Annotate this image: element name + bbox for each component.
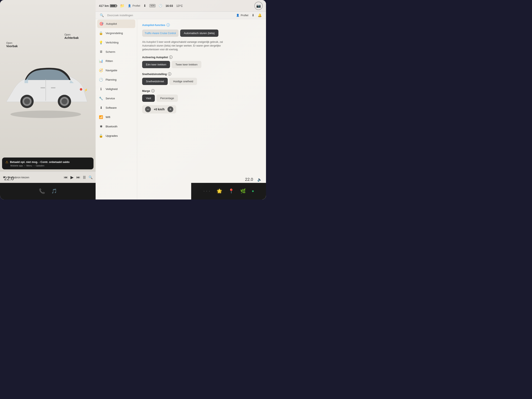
svg-point-10: [80, 88, 82, 91]
nav-icon-item: 🧭: [99, 68, 103, 72]
een-keer-btn[interactable]: Eén keer trekken: [142, 61, 170, 68]
sidebar-item-software[interactable]: ⬇ Software: [95, 103, 137, 112]
bluetooth-label: Bluetooth: [106, 125, 117, 128]
svg-point-3: [24, 99, 30, 104]
warning-notification[interactable]: ⚠ Betaald opl. niet mog. - Contr. onbeta…: [2, 158, 94, 169]
clock-icon: 🕐: [159, 4, 162, 7]
lock-icon: 🔒: [99, 31, 103, 35]
search-icon-settings: 🔍: [100, 13, 104, 17]
nav-scroll: 🎯 Autopilot 🔒 Vergrendeling 💡 Verlichtin…: [95, 19, 137, 200]
wifi-label: Wifi: [106, 115, 110, 119]
activering-label: Activering Autopilot i: [142, 56, 261, 59]
snelheidslimiet-btn[interactable]: Snelheidslimiet: [142, 78, 168, 85]
sidebar-item-wifi[interactable]: 📶 Wifi: [95, 112, 137, 122]
sidebar-item-bluetooth[interactable]: ✱ Bluetooth: [95, 122, 137, 131]
leaf-icon[interactable]: 🌿: [240, 189, 246, 194]
automatisch-sturen-btn[interactable]: Automatisch sturen (bèta): [180, 30, 219, 37]
spotify-icon[interactable]: 🎵: [51, 189, 57, 194]
profiel-label: Profiel: [132, 4, 140, 7]
search-input[interactable]: [107, 14, 168, 17]
percentage-btn[interactable]: Percentage: [157, 95, 178, 102]
bell-header-icon[interactable]: 🔔: [258, 13, 262, 17]
info-icon-marge[interactable]: i: [151, 89, 155, 93]
phone-icon[interactable]: 📞: [39, 188, 45, 194]
huidige-snelheid-btn[interactable]: Huidige snelheid: [169, 78, 197, 85]
media-section: ✱ Mediabron kiezen ⏮ ▶ ⏭ ||| 🔍: [0, 171, 95, 183]
prev-track-icon[interactable]: ⏮: [64, 175, 68, 180]
time-display: 16:03: [165, 4, 173, 7]
marge-type-group: Vast Percentage: [142, 95, 261, 102]
top-bar: 417 km 📁 👤 Profiel ⬇ SOS 🕐 16:03 13°C 📷: [95, 0, 266, 12]
achterbak-label[interactable]: Open Achterbak: [64, 33, 79, 39]
tesla-logo-area: 📷: [254, 2, 263, 10]
screen-icon: 🖥: [99, 50, 103, 54]
marge-plus-btn[interactable]: +: [167, 106, 173, 112]
sos-badge[interactable]: SOS: [149, 4, 155, 7]
autopilot-description: Als Autopilot 5 keer wordt uitgeschakeld…: [142, 40, 229, 51]
profiel-button[interactable]: 👤 Profiel: [128, 4, 140, 7]
colorful-star-icon[interactable]: 🌟: [216, 189, 222, 194]
sidebar-item-ritten[interactable]: 📊 Ritten: [95, 56, 137, 66]
left-taskbar: 📞 🎵: [0, 183, 95, 200]
main-content: Autopilot-functies i Traffic-Aware Cruis…: [137, 19, 266, 200]
marge-label: Marge i: [142, 89, 261, 93]
km-display: 417 km: [99, 4, 117, 7]
download-top-icon[interactable]: ⬇: [143, 4, 146, 8]
right-panel: 417 km 📁 👤 Profiel ⬇ SOS 🕐 16:03 13°C 📷: [95, 0, 266, 200]
traffic-aware-btn[interactable]: Traffic-Aware Cruise Control: [142, 30, 178, 37]
sidebar-item-upgrades[interactable]: 🔓 Upgrades: [95, 131, 137, 140]
snelheid-title-text: Snelheidsinstelling: [142, 73, 167, 76]
volume-icon[interactable]: 🔈: [257, 177, 262, 182]
main-screen: ⚡ Open Voorbak Open Achterbak ⚠ Betaald …: [0, 0, 266, 200]
svg-text:⚡: ⚡: [84, 88, 88, 92]
sidebar-item-scherm[interactable]: 🖥 Scherm: [95, 47, 137, 56]
vast-btn[interactable]: Vast: [142, 95, 155, 102]
warning-subtext: Mobiele app → Menu → Opladen: [5, 164, 90, 167]
functies-btn-group: Traffic-Aware Cruise Control Automatisch…: [142, 30, 261, 37]
marge-minus-btn[interactable]: −: [145, 106, 151, 112]
svg-point-6: [62, 99, 67, 104]
sidebar-nav: 🎯 Autopilot 🔒 Vergrendeling 💡 Verlichtin…: [95, 19, 137, 200]
next-track-icon[interactable]: ⏭: [76, 175, 80, 180]
sidebar-item-autopilot[interactable]: 🎯 Autopilot: [97, 19, 135, 28]
software-icon: ⬇: [99, 106, 103, 110]
play-icon[interactable]: ▶: [70, 175, 74, 180]
veiligheid-icon: ℹ: [99, 87, 103, 91]
settings-body: 🎯 Autopilot 🔒 Vergrendeling 💡 Verlichtin…: [95, 19, 266, 200]
marge-section: Marge i Vast Percentage − +0 km/h +: [142, 89, 261, 114]
taskbar-dot: [252, 190, 254, 192]
left-panel: ⚡ Open Voorbak Open Achterbak ⚠ Betaald …: [0, 0, 95, 200]
ritten-icon: 📊: [99, 59, 103, 63]
download-header-icon[interactable]: ⬇: [252, 13, 254, 17]
autopilot-functies-title: Autopilot-functies i: [142, 23, 261, 27]
info-icon-snelheid[interactable]: i: [168, 72, 171, 76]
sidebar-item-veiligheid[interactable]: ℹ Veiligheid: [95, 84, 137, 94]
camera-icon[interactable]: 📷: [254, 2, 263, 10]
person-icon-header: 👤: [236, 14, 239, 17]
battery-bar: [110, 4, 117, 7]
warning-icon: ⚠: [5, 160, 8, 164]
voorbak-label[interactable]: Open Voorbak: [6, 42, 18, 48]
info-icon-activering[interactable]: i: [169, 56, 172, 59]
verlichting-label: Verlichting: [106, 41, 119, 44]
sidebar-item-vergrendeling[interactable]: 🔒 Vergrendeling: [95, 28, 137, 38]
autopilot-functies-section: Autopilot-functies i Traffic-Aware Cruis…: [142, 23, 261, 51]
search-media-icon[interactable]: 🔍: [89, 175, 93, 179]
service-label: Service: [106, 97, 115, 100]
sidebar-item-service[interactable]: 🔧 Service: [95, 94, 137, 103]
equalizer-icon: |||: [83, 175, 86, 179]
autopilot-icon: 🎯: [99, 22, 103, 26]
profiel-header-btn[interactable]: 👤 Profiel: [236, 14, 248, 17]
svg-rect-9: [51, 87, 56, 88]
location-icon[interactable]: 📍: [228, 189, 234, 194]
folder-icon[interactable]: 📁: [120, 4, 125, 8]
sidebar-item-planning[interactable]: 🕐 Planning: [95, 75, 137, 84]
veiligheid-label: Veiligheid: [106, 88, 118, 91]
info-icon-functies[interactable]: i: [166, 23, 170, 27]
light-icon: 💡: [99, 40, 103, 44]
twee-keer-btn[interactable]: Twee keer trekken: [172, 61, 201, 68]
dots-icon[interactable]: · · ·: [203, 189, 210, 193]
profile-row: 🔍 👤 Profiel ⬇ 🔔: [95, 12, 266, 19]
sidebar-item-navigatie[interactable]: 🧭 Navigatie: [95, 66, 137, 75]
sidebar-item-verlichting[interactable]: 💡 Verlichting: [95, 38, 137, 47]
